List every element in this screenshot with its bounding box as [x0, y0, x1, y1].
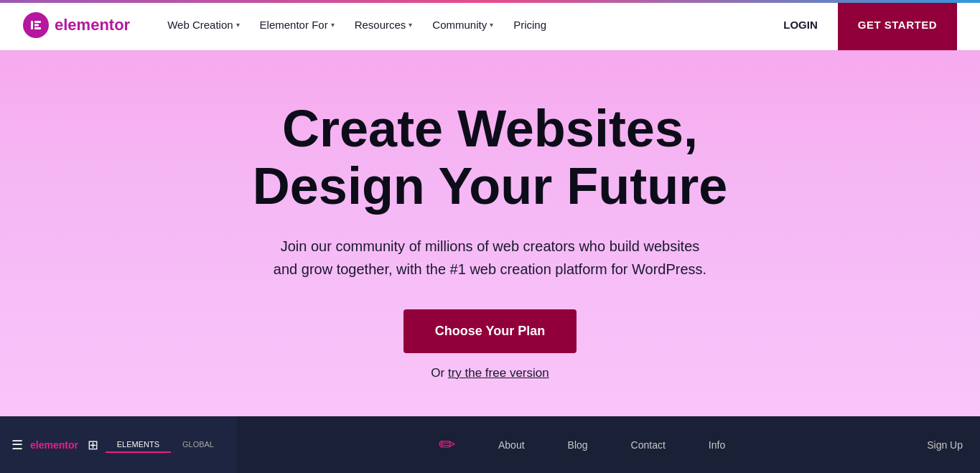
nav-item-resources[interactable]: Resources ▾ — [346, 13, 421, 37]
preview-nav-blog[interactable]: Blog — [568, 439, 588, 451]
preview-center: ✏ About Blog Contact Info — [237, 416, 927, 473]
logo-icon — [23, 12, 49, 38]
chevron-down-icon: ▾ — [331, 21, 335, 29]
svg-rect-2 — [34, 24, 39, 26]
nav-links: Web Creation ▾ Elementor For ▾ Resources… — [159, 13, 775, 37]
chevron-down-icon: ▾ — [490, 21, 493, 29]
top-stripe — [0, 0, 980, 3]
svg-rect-3 — [34, 27, 41, 29]
logo[interactable]: elementor — [23, 12, 130, 38]
chevron-down-icon: ▾ — [236, 21, 240, 29]
grid-icon: ⊞ — [88, 437, 98, 453]
preview-tab-global[interactable]: GLOBAL — [171, 437, 225, 453]
preview-nav-about[interactable]: About — [498, 439, 525, 451]
chevron-down-icon: ▾ — [409, 21, 412, 29]
hero-secondary-text: Or try the free version — [431, 366, 549, 380]
pencil-icon: ✏ — [439, 433, 455, 456]
svg-rect-0 — [31, 21, 33, 29]
preview-logo: elementor — [30, 439, 78, 451]
nav-item-web-creation[interactable]: Web Creation ▾ — [159, 13, 248, 37]
preview-left-panel: ☰ elementor ⊞ ELEMENTS GLOBAL — [0, 416, 237, 473]
logo-text: elementor — [55, 16, 130, 34]
menu-icon: ☰ — [11, 437, 23, 453]
choose-plan-button[interactable]: Choose Your Plan — [403, 309, 577, 353]
nav-item-elementor-for[interactable]: Elementor For ▾ — [251, 13, 343, 37]
get-started-button[interactable]: GET STARTED — [838, 0, 957, 50]
nav-item-community[interactable]: Community ▾ — [424, 13, 502, 37]
hero-title: Create Websites, Design Your Future — [253, 100, 727, 214]
preview-nav-contact[interactable]: Contact — [631, 439, 666, 451]
nav-item-pricing[interactable]: Pricing — [505, 13, 555, 37]
hero-subtitle: Join our community of millions of web cr… — [268, 235, 713, 281]
preview-bar: ☰ elementor ⊞ ELEMENTS GLOBAL ✏ About Bl… — [0, 416, 980, 473]
login-button[interactable]: LOGIN — [775, 13, 826, 37]
preview-tabs: ELEMENTS GLOBAL — [106, 437, 225, 453]
preview-tab-elements[interactable]: ELEMENTS — [106, 437, 171, 453]
navbar: elementor Web Creation ▾ Elementor For ▾… — [0, 0, 980, 50]
hero-section: Create Websites, Design Your Future Join… — [0, 50, 980, 416]
nav-right: LOGIN GET STARTED — [775, 0, 957, 50]
svg-rect-1 — [34, 21, 41, 23]
preview-signup[interactable]: Sign Up — [927, 439, 963, 451]
free-version-link[interactable]: try the free version — [448, 366, 549, 380]
preview-right: Sign Up — [927, 416, 980, 473]
preview-nav-info[interactable]: Info — [709, 439, 725, 451]
